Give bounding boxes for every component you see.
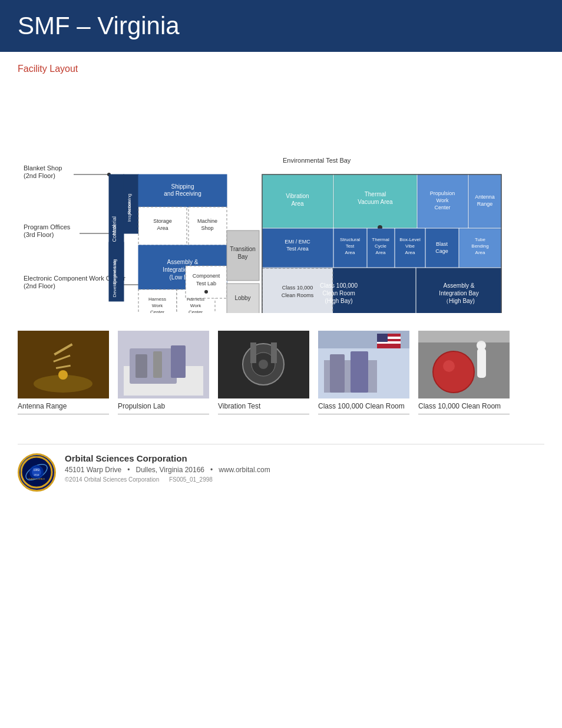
svg-text:Work: Work — [437, 197, 449, 203]
svg-text:Area: Area — [405, 250, 415, 255]
svg-point-101 — [433, 351, 474, 393]
svg-text:EMI / EMC: EMI / EMC — [285, 239, 310, 245]
svg-text:Center: Center — [189, 309, 203, 313]
svg-point-88 — [259, 360, 268, 369]
svg-text:(2nd Floor): (2nd Floor) — [24, 172, 55, 179]
svg-text:Structural: Structural — [340, 237, 360, 242]
svg-text:Test: Test — [346, 243, 355, 249]
photo-item-cleanroom10k: Class 10,000 Clean Room — [418, 331, 510, 414]
svg-text:1982: 1982 — [33, 468, 39, 472]
svg-text:Storage: Storage — [153, 218, 172, 224]
svg-text:YEARS IN SPACE: YEARS IN SPACE — [28, 478, 46, 480]
svg-text:Vibe: Vibe — [405, 243, 415, 249]
class-10k-room — [262, 268, 333, 313]
svg-rect-96 — [377, 334, 388, 342]
svg-point-78 — [58, 370, 68, 380]
header: SMF – Virginia — [0, 0, 562, 52]
svg-rect-82 — [135, 354, 147, 378]
photo-item-cleanroom100k: Class 100,000 Clean Room — [318, 331, 409, 414]
facility-svg: Blanket Shop (2nd Floor) Program Offices… — [18, 83, 530, 313]
footer-company-name: Orbital Sciences Corporation — [65, 453, 270, 463]
photo-item-antenna: Antenna Range — [18, 331, 109, 414]
svg-text:Blast: Blast — [436, 241, 448, 247]
facility-diagram-container: Blanket Shop (2nd Floor) Program Offices… — [18, 83, 530, 313]
footer-copyright-line: ©2014 Orbital Sciences Corporation FS005… — [65, 476, 270, 483]
svg-text:Tube: Tube — [475, 237, 485, 242]
svg-text:Thermal: Thermal — [365, 191, 386, 197]
svg-rect-99 — [351, 351, 368, 393]
photo-class10k-caption: Class 10,000 Clean Room — [418, 402, 510, 414]
blanket-shop-label: Blanket Shop — [24, 164, 62, 172]
svg-text:Vacuum Area: Vacuum Area — [358, 199, 393, 205]
svg-text:(2nd Floor): (2nd Floor) — [24, 282, 55, 289]
svg-text:(3rd Floor): (3rd Floor) — [24, 231, 54, 238]
footer-address-line: 45101 Warp Drive • Dulles, Virginia 2016… — [65, 466, 270, 474]
svg-text:Assembly &: Assembly & — [167, 259, 199, 265]
svg-rect-83 — [153, 351, 162, 378]
svg-rect-89 — [250, 342, 256, 363]
svg-text:Shipping: Shipping — [171, 183, 194, 190]
footer-text-block: Orbital Sciences Corporation 45101 Warp … — [65, 453, 270, 483]
svg-rect-105 — [418, 331, 510, 342]
svg-text:Center: Center — [150, 309, 164, 313]
program-offices-label: Program Offices — [24, 223, 71, 230]
photo-cleanroom-image — [318, 331, 409, 398]
svg-text:Area: Area — [157, 225, 168, 231]
svg-text:Harness: Harness — [148, 297, 166, 302]
photo-propulsion-caption: Propulsion Lab — [118, 402, 209, 414]
svg-text:Work: Work — [152, 303, 164, 308]
svg-text:Cycle: Cycle — [375, 243, 387, 249]
photo-item-propulsion: Propulsion Lab — [118, 331, 209, 414]
facility-layout-section: Facility Layout Blanket Shop (2nd Floor)… — [18, 64, 544, 313]
env-test-bay-label: Environmental Test Bay — [283, 157, 351, 164]
photo-cleanroom100k-caption: Class 100,000 Clean Room — [318, 402, 409, 414]
svg-text:Test Area: Test Area — [286, 246, 309, 252]
footer-section: 1982 2014 YEARS IN SPACE Orbital Science… — [18, 444, 544, 492]
svg-text:Component: Component — [193, 273, 220, 279]
svg-text:Class 10,000: Class 10,000 — [282, 285, 313, 291]
svg-text:Bay: Bay — [237, 253, 247, 260]
svg-text:Machine: Machine — [197, 218, 217, 224]
photo-item-vibration: Vibration Test — [218, 331, 309, 414]
svg-text:Development Lab: Development Lab — [112, 260, 117, 297]
svg-text:Shop: Shop — [201, 225, 213, 231]
facility-section-title: Facility Layout — [18, 64, 544, 74]
page-title: SMF – Virginia — [18, 12, 544, 40]
photo-vibration-caption: Vibration Test — [218, 402, 309, 414]
page: SMF – Virginia Facility Layout Blanket S… — [0, 0, 562, 728]
photos-section: Antenna Range Propulsion Lab — [18, 331, 544, 414]
svg-text:Antenna: Antenna — [475, 194, 495, 200]
svg-text:Lobby: Lobby — [234, 295, 250, 301]
photo-propulsion-image — [118, 331, 209, 398]
svg-text:Vibration: Vibration — [286, 193, 309, 199]
photo-antenna-caption: Antenna Range — [18, 402, 109, 414]
svg-text:Center: Center — [434, 205, 450, 210]
svg-text:Control: Control — [111, 225, 117, 242]
svg-point-102 — [443, 360, 455, 372]
svg-text:Test Lab: Test Lab — [196, 281, 216, 286]
svg-text:Inspection: Inspection — [127, 200, 132, 222]
svg-text:Area: Area — [376, 250, 386, 255]
svg-text:2014: 2014 — [34, 473, 40, 476]
svg-text:Bending: Bending — [471, 243, 488, 249]
svg-text:（High Bay): （High Bay) — [443, 298, 475, 304]
orbital-logo: 1982 2014 YEARS IN SPACE — [18, 453, 56, 492]
main-content: Facility Layout Blanket Shop (2nd Floor)… — [0, 52, 562, 503]
svg-text:Integration Bay: Integration Bay — [439, 290, 478, 297]
svg-text:Propulsion: Propulsion — [430, 190, 455, 196]
svg-text:Area: Area — [475, 250, 485, 255]
svg-text:Thermal: Thermal — [372, 237, 389, 242]
svg-text:Area: Area — [291, 200, 304, 207]
svg-rect-84 — [171, 345, 186, 378]
svg-point-31 — [204, 290, 208, 294]
photo-antenna-image — [18, 331, 109, 398]
svg-text:Transition: Transition — [230, 246, 256, 252]
svg-text:Range: Range — [477, 201, 493, 207]
svg-text:Box-Level: Box-Level — [399, 237, 421, 242]
svg-text:Work: Work — [190, 303, 202, 308]
photo-class10k-image — [418, 331, 510, 398]
svg-text:Cage: Cage — [435, 248, 448, 254]
svg-rect-103 — [477, 348, 486, 378]
svg-text:Clean Rooms: Clean Rooms — [282, 292, 314, 298]
photo-vibration-image — [218, 331, 309, 398]
